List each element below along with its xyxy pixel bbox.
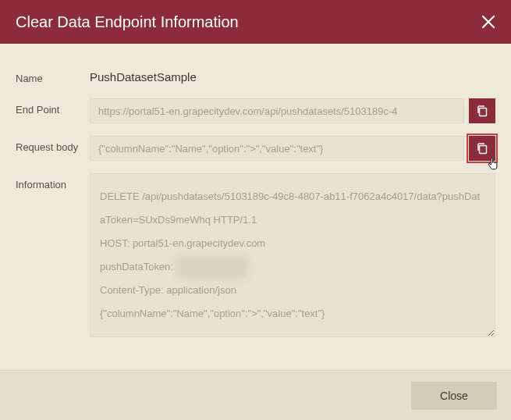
svg-rect-0 xyxy=(480,109,487,116)
value-name: PushDatasetSample xyxy=(90,67,197,84)
close-icon[interactable] xyxy=(481,15,495,29)
label-name: Name xyxy=(16,67,90,86)
copy-icon xyxy=(476,105,488,117)
row-request-body: Request body {"columnName":"Name","optio… xyxy=(16,136,495,161)
label-endpoint: End Point xyxy=(16,98,90,117)
modal-dialog: Clear Data Endpoint Information Name Pus… xyxy=(0,0,511,420)
label-information: Information xyxy=(16,173,90,192)
information-box[interactable]: DELETE /api/pushdatasets/5103189c-49c8-4… xyxy=(90,173,495,336)
close-button[interactable]: Close xyxy=(411,382,497,410)
copy-endpoint-button[interactable] xyxy=(469,98,495,123)
row-name: Name PushDatasetSample xyxy=(16,67,495,86)
modal-body: Name PushDatasetSample End Point https:/… xyxy=(0,44,511,370)
label-request-body: Request body xyxy=(16,136,90,155)
modal-title: Clear Data Endpoint Information xyxy=(16,13,239,31)
copy-icon xyxy=(476,142,488,155)
modal-header: Clear Data Endpoint Information xyxy=(0,0,511,44)
endpoint-input[interactable]: https://portal51-en.grapecitydev.com/api… xyxy=(90,98,464,123)
redacted-token: xxxxxxxxxxxxxx xyxy=(176,255,247,279)
row-information: Information DELETE /api/pushdatasets/510… xyxy=(16,173,495,336)
svg-rect-1 xyxy=(480,146,487,154)
row-endpoint: End Point https://portal51-en.grapecityd… xyxy=(16,98,495,123)
modal-footer: Close xyxy=(0,370,511,420)
request-body-input[interactable]: {"columnName":"Name","option":">","value… xyxy=(90,136,464,161)
cursor-icon xyxy=(486,158,500,172)
copy-request-body-button[interactable] xyxy=(469,136,495,161)
